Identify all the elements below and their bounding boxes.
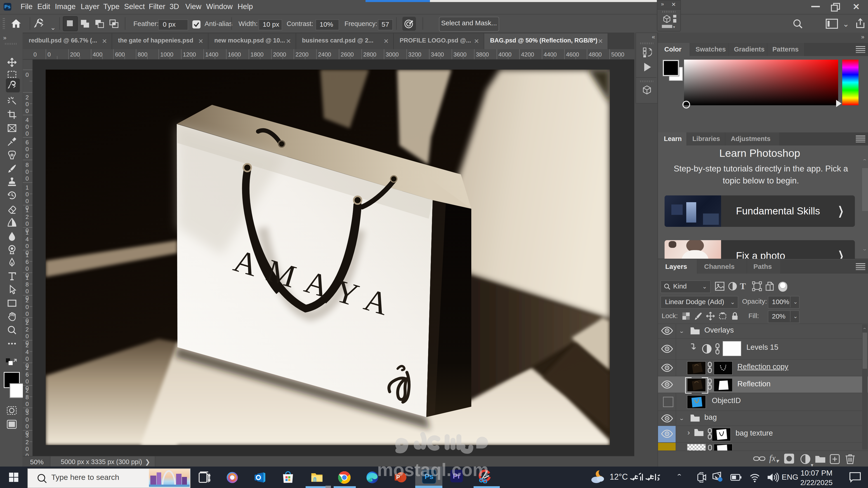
- svg-text:P: P: [396, 474, 400, 480]
